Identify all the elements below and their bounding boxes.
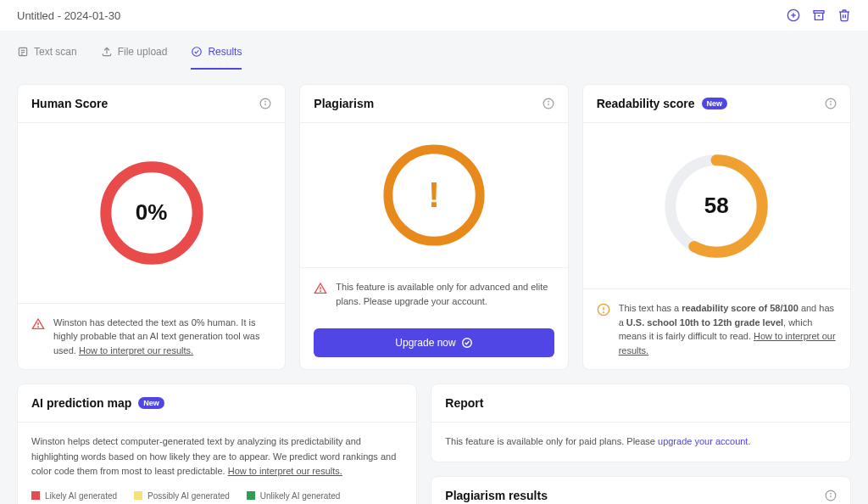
interpret-link[interactable]: How to interpret our results.	[79, 345, 193, 356]
card-title: Plagiarism results	[445, 489, 548, 502]
prediction-map-desc: Winston helps detect computer-generated …	[18, 423, 416, 491]
svg-point-10	[192, 48, 202, 57]
readability-card: Readability score New 58 This text has a…	[582, 84, 851, 370]
legend-likely: Likely AI generated	[31, 491, 117, 501]
interpret-link[interactable]: How to interpret our results.	[228, 466, 342, 476]
trash-icon[interactable]	[837, 8, 851, 22]
warning-icon	[31, 317, 45, 331]
tab-label: File upload	[118, 46, 168, 58]
tabs-container: Text scan File upload Results	[0, 31, 868, 70]
readability-ring: 58	[661, 151, 771, 261]
info-icon[interactable]	[259, 98, 271, 109]
card-title: Human Score	[31, 97, 108, 110]
plagiarism-footer: This feature is available only for advan…	[336, 280, 554, 308]
warning-icon	[314, 282, 327, 295]
human-score-footer: Winston has detected the text as 0% huma…	[53, 316, 271, 358]
warning-icon	[597, 303, 610, 316]
human-score-card: Human Score 0% Winston has detected the …	[17, 84, 286, 370]
card-title: Report	[445, 396, 483, 410]
report-text: This feature is available only for paid …	[431, 423, 850, 462]
tab-file-upload[interactable]: File upload	[101, 39, 168, 70]
legend-possibly: Possibly AI generated	[134, 491, 230, 501]
plagiarism-results-card: Plagiarism results	[431, 476, 851, 504]
new-badge: New	[702, 98, 728, 109]
card-title: AI prediction map	[31, 396, 131, 410]
cards-row: Human Score 0% Winston has detected the …	[0, 70, 868, 370]
report-card: Report This feature is available only fo…	[431, 384, 851, 462]
tab-text-scan[interactable]: Text scan	[17, 39, 77, 70]
header-actions	[787, 8, 851, 22]
svg-point-16	[38, 327, 39, 328]
info-icon[interactable]	[825, 98, 837, 109]
upgrade-link[interactable]: upgrade your account	[658, 436, 748, 446]
add-icon[interactable]	[787, 8, 800, 22]
text-scan-icon	[17, 46, 29, 58]
tab-label: Results	[208, 46, 242, 58]
archive-icon[interactable]	[812, 8, 826, 22]
upload-icon	[101, 46, 113, 58]
svg-point-34	[831, 493, 832, 494]
human-score-ring: 0%	[97, 158, 207, 268]
exclamation-icon: !	[379, 140, 489, 250]
tab-results[interactable]: Results	[191, 39, 242, 70]
svg-point-19	[548, 101, 548, 102]
legend-unlikely: Unlikely AI generated	[247, 491, 341, 501]
plagiarism-ring: !	[379, 140, 489, 250]
page-header: Untitled - 2024-01-30	[0, 0, 868, 31]
results-icon	[191, 46, 203, 58]
lower-row: AI prediction map New Winston helps dete…	[0, 370, 868, 504]
card-title: Plagiarism	[314, 97, 374, 110]
info-icon[interactable]	[825, 490, 837, 501]
svg-point-31	[603, 312, 604, 313]
card-title: Readability score	[597, 97, 695, 110]
svg-point-22	[320, 291, 321, 292]
page-title: Untitled - 2024-01-30	[17, 9, 120, 22]
readability-footer: This text has a readability score of 58/…	[619, 301, 837, 357]
info-icon[interactable]	[542, 98, 554, 109]
readability-value: 58	[661, 151, 771, 261]
svg-point-26	[831, 101, 832, 102]
prediction-map-card: AI prediction map New Winston helps dete…	[17, 384, 417, 504]
human-score-value: 0%	[97, 158, 207, 268]
tab-label: Text scan	[34, 46, 77, 58]
tabs: Text scan File upload Results	[17, 39, 851, 70]
plagiarism-card: Plagiarism ! This feature is available o…	[299, 84, 568, 370]
svg-rect-3	[814, 11, 824, 14]
legend: Likely AI generated Possibly AI generate…	[18, 491, 416, 504]
new-badge: New	[138, 397, 164, 409]
svg-point-13	[265, 101, 266, 102]
upgrade-button[interactable]: Upgrade now	[314, 328, 554, 357]
